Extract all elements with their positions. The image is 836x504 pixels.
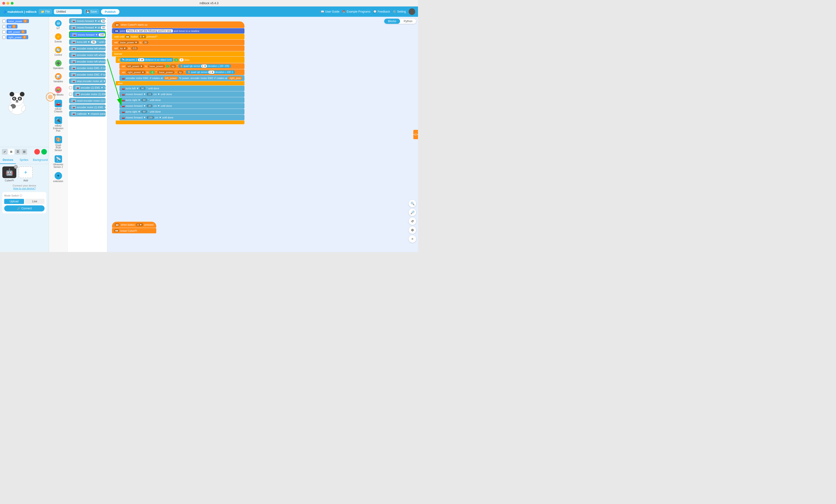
file-menu[interactable]: 📁 File [38,9,52,14]
tab-devices[interactable]: Devices [0,156,16,164]
block-moves-forward-cm[interactable]: 🚗 moves forward ▼ 100 cm [69,31,106,38]
connect-btn[interactable]: 🔗 Connect [4,206,44,211]
block-set-left-power[interactable]: set left_power ▼ to base_power - kp * 🎨 … [119,63,244,69]
block-moves-forward-rpm[interactable]: 🚗 moves forward ▼ at 50 RPM [69,25,106,30]
cat-variables[interactable]: 📊 Variables [49,72,68,84]
device-item-cyberpi: 🤖 ✕ CyberPi [2,167,16,182]
block-encoder-motor-3[interactable]: 🚗 encoder motor left wheel(EM1) ▼ [69,59,106,64]
zoom-in-btn[interactable]: 🔍 [408,200,416,207]
block-encoder-val-1[interactable]: 🚗 encoder (1) EM1 ▼ 's [73,85,106,91]
cat-variables-icon: 📊 [55,73,62,80]
view-tile-btn[interactable]: ⊟ [21,149,27,155]
block-print[interactable]: ■■ print Press B to start line following… [112,28,244,34]
chassis-icon-6: 🚗 [71,53,76,57]
block-set-right-power[interactable]: set right_power ▼ to -1 * base_power + k… [119,69,244,75]
block-encoder-enable[interactable]: 🚗 encoder motor (1) EM1 ▼ enable [69,104,106,110]
block-encoder-motor-val-2[interactable]: 🚗 encoder motor (1) EM1 ▼ [73,91,106,97]
equals-btn[interactable]: = [408,235,416,243]
block-moves-forward-100[interactable]: 🚗 moves forward ▼ 100 cm ▼ until done [119,115,244,120]
block-calibrate[interactable]: 🚗 calibrate ▼ chassis parameters [69,111,106,117]
hat-when-cyberpi-starts[interactable]: ■■ when CyberPi starts up [112,21,244,28]
remove-device-btn[interactable]: ✕ [14,165,18,169]
block-checkbox-11[interactable] [69,93,72,96]
block-moves-forward-rpm-for[interactable]: 🚗 moves forward ▼ at 50 RPM fo [69,18,106,24]
block-reset-encoder[interactable]: 🚗 reset encoder motor (1) EM1 ▼ [69,98,106,103]
chassis-icon-11: 🚗 [75,86,80,89]
block-wait-until[interactable]: wait until ■■ button B ▼ pressed? [112,34,244,39]
block-if-ultrasonic[interactable]: if 📡 ultrasonic 2 1 ▼ distance to an obj… [116,57,244,63]
cat-events-icon: ⚡ [55,33,62,40]
mode-switch: Mode Switch ⓘ Upload Live 🔗 Connect [2,192,46,213]
block-encoder-motor-2[interactable]: 🚗 encoder motor left wheel(EM1) ▼ [69,52,106,58]
minimize-button[interactable] [6,2,10,5]
add-device-item: + Add [19,167,33,182]
fullscreen-button[interactable] [11,2,14,5]
view-grid-btn[interactable]: ⊞ [8,149,14,155]
live-mode-btn[interactable]: Live [25,199,45,204]
chassis-icon-15: 🚗 [71,112,76,115]
block-turns-left-90[interactable]: 🚗 turns left ▼ 90 ° until done [119,85,244,91]
stop-button[interactable] [34,149,40,155]
block-turns-right-90-2[interactable]: 🚗 turns right ▼ 90 ° until done [119,109,244,114]
feedback-link[interactable]: 💬 Feedback [373,10,390,13]
block-restart-cyberpi[interactable]: ■■ restart CyberPi [112,228,156,233]
cat-extension[interactable]: + extension [49,171,68,184]
cat-operators[interactable]: ➕ Operators [49,59,68,71]
add-device-btn[interactable]: + [19,167,33,178]
block-turns-left[interactable]: 🚗 turns left ▼ 90 ° until done [69,39,106,45]
right-controls: 🔍 🔎 ↺ ⚙ = [408,200,416,243]
publish-button[interactable]: Publish [101,9,119,15]
settings-btn[interactable]: ⚙ [408,226,416,234]
cat-ultrasonic[interactable]: 📡 Ultrasonic Sensor 2 [49,154,68,170]
reset-view-btn[interactable]: ↺ [408,217,416,225]
block-moves-forward-15[interactable]: 🚗 moves forward ▼ 15 cm ▼ until done [119,91,244,97]
cyberpi-icon[interactable]: 🤖 ✕ [2,167,16,178]
block-checkbox-10[interactable] [69,86,72,89]
var-checkbox-left-power[interactable] [2,30,5,34]
expand-btn[interactable]: </> [413,130,418,139]
go-button[interactable] [41,149,47,155]
block-encoder-motor-em1-rotate1[interactable]: 🚗 encoder motor EM1 ↺ rotates at 5 [69,65,106,71]
code-canvas[interactable]: ■■ when CyberPi starts up ■■ print Press… [107,17,418,252]
cat-control[interactable]: 🔄 Control [49,45,68,58]
cat-quadrgb-icon: 🎨 [55,136,62,143]
block-encoder-motor-1[interactable]: 🚗 encoder motor left wheel(EM1) ▼ [69,46,106,51]
user-guide-link[interactable]: 📖 User Guide [321,10,339,13]
var-checkbox-right-power[interactable] [2,36,5,39]
setting-link[interactable]: ⚙️ Setting [393,10,406,13]
block-forever[interactable]: forever [112,51,244,56]
tab-sprites[interactable]: Sprites [16,156,32,164]
cat-quadrgb[interactable]: 🎨 Quad RGB Sensor [49,135,68,153]
upload-mode-btn[interactable]: Upload [4,199,24,204]
cat-iot[interactable]: IoT IoT [49,19,68,31]
svg-point-10 [16,100,18,102]
block-set-kp[interactable]: set kp ▼ to 0.5 [112,45,244,51]
cat-events[interactable]: ⚡ Events [49,32,68,44]
zoom-out-btn[interactable]: 🔎 [408,209,416,216]
example-programs-link[interactable]: 📚 Example Programs [342,10,370,13]
block-encoder-rotates[interactable]: 🚗 encoder motor EM1 ↺ rotates at left_po… [119,75,244,81]
chassis-icon-5: 🚗 [71,47,76,50]
device-name-label: CyberPi [5,179,14,182]
tab-background[interactable]: Background [32,156,49,164]
cat-mbot2ext[interactable]: 🔌 mBot2 Extension Port [49,115,68,134]
save-button[interactable]: 💾 Save [84,9,99,14]
how-to-link[interactable]: How to use device? [2,187,46,190]
var-label-right-power: right_power 0 [6,35,28,39]
project-name-input[interactable] [54,9,82,14]
close-button[interactable] [2,2,5,5]
view-list-btn[interactable]: ☰ [15,149,20,155]
avatar[interactable] [408,8,415,15]
var-checkbox-kp[interactable] [2,25,5,28]
block-encoder-motor-em1-rotate2[interactable]: 🚗 encoder motor EM1 ↺ rotates at 5 [69,72,106,77]
block-stop-encoder[interactable]: 🚗 stop encoder motor all ▼ [69,78,106,84]
block-moves-forward-30[interactable]: 🚗 moves forward ▼ 30 cm ▼ until done [119,103,244,109]
block-set-base-power[interactable]: set base_power ▼ to 30 [112,40,244,45]
block-item-14: 🚗 calibrate ▼ chassis parameters [69,111,106,117]
hat-when-button-a[interactable]: ■■ when button A ▼ pressed [112,222,156,228]
view-expand-btn[interactable]: ⤢ [2,149,7,155]
block-item-5: 🚗 encoder motor left wheel(EM1) ▼ [69,52,106,58]
block-turns-right-90[interactable]: 🚗 turns right ▼ 90 ° until done [119,97,244,103]
var-checkbox-base-power[interactable] [2,20,5,23]
block-item-6: 🚗 encoder motor left wheel(EM1) ▼ [69,59,106,64]
